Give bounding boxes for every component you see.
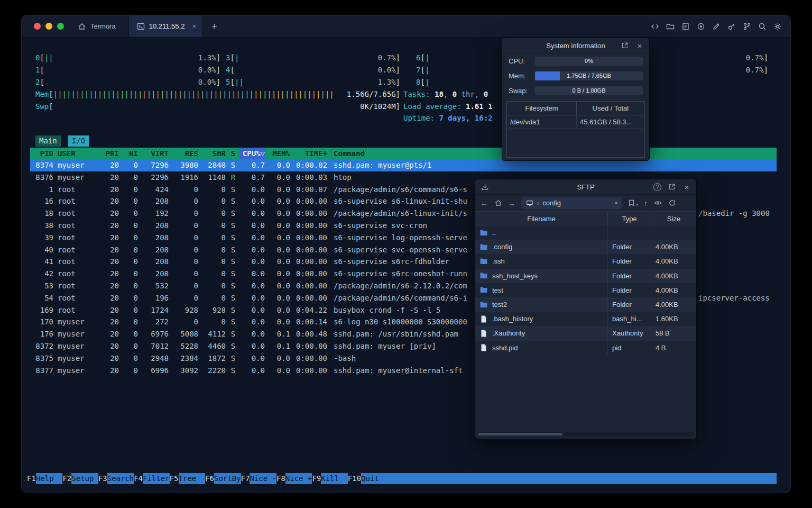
path-segment-config[interactable]: config [542, 199, 561, 207]
fkey-f4[interactable]: F4 [134, 473, 143, 484]
record-icon[interactable] [697, 22, 705, 31]
minimize-window-button[interactable] [45, 23, 52, 30]
column-header-ni[interactable]: NI [123, 148, 138, 159]
cell-pri: 20 [100, 280, 119, 292]
cell-pri: 20 [100, 292, 119, 304]
fkey-f3[interactable]: F3 [98, 473, 107, 484]
back-icon[interactable]: ← [481, 199, 488, 207]
tab-io[interactable]: I/O [68, 135, 89, 147]
home-icon[interactable] [494, 199, 502, 207]
code-icon[interactable] [651, 22, 659, 31]
up-arrow-icon[interactable]: ↑ [644, 199, 648, 207]
close-window-button[interactable] [34, 23, 41, 30]
tab-main[interactable]: Main [35, 135, 61, 147]
cell-s: S [230, 244, 236, 256]
column-header-virt[interactable]: VIRT [142, 148, 169, 159]
cell-pid: 38 [30, 220, 53, 232]
open-in-window-icon[interactable] [621, 41, 629, 50]
download-icon[interactable] [481, 183, 489, 191]
file-row-.Xauthority[interactable]: .XauthorityXauthority58 B [475, 326, 696, 340]
help-icon[interactable]: ? [653, 183, 661, 191]
bookmark-icon[interactable]: ▾ [628, 199, 638, 207]
fkey-label-f4[interactable]: Filter [143, 473, 170, 484]
file-row-.config[interactable]: .configFolder4.00KB [475, 240, 696, 254]
fkey-label-f6[interactable]: SortBy [214, 473, 241, 484]
file-row-sshd.pid[interactable]: sshd.pidpid4 B [475, 341, 696, 355]
tab-session[interactable]: 10.211.55.2 × [128, 15, 203, 37]
forward-icon[interactable]: → [508, 199, 515, 207]
file-row-..[interactable]: .. [475, 225, 696, 240]
key-icon[interactable] [727, 22, 736, 31]
fkey-f2[interactable]: F2 [62, 473, 71, 484]
cell-ni: 0 [123, 232, 138, 244]
file-row-test[interactable]: testFolder4.00KB [475, 283, 696, 297]
file-row-.bash_history[interactable]: .bash_historybash_hi...1.60KB [475, 312, 696, 326]
edit-icon[interactable] [712, 22, 721, 31]
fkey-f8[interactable]: F8 [276, 473, 285, 484]
tab-termora-home[interactable]: Termora [70, 15, 128, 37]
column-header-res[interactable]: RES [173, 148, 198, 159]
filesystem-row[interactable]: /dev/vda145.61GB / 58.3... [507, 115, 644, 129]
folder-icon[interactable] [666, 22, 675, 31]
cell-time: 0:00.00 [294, 340, 327, 352]
close-tab-icon[interactable]: × [192, 22, 196, 30]
column-size[interactable]: Size [651, 212, 696, 225]
cell-shr: 0 [202, 184, 226, 196]
column-header-user[interactable]: USER [58, 148, 96, 159]
fs-column-used-total[interactable]: Used / Total [577, 102, 644, 115]
column-header-cpu[interactable]: CPU%▽ [239, 148, 265, 159]
search-icon[interactable] [758, 22, 767, 31]
column-header-pid[interactable]: PID [30, 148, 53, 159]
column-header-pri[interactable]: PRI [100, 148, 119, 159]
path-breadcrumb[interactable]: › config ▾ [521, 197, 622, 209]
fkey-f10[interactable]: F10 [348, 473, 361, 484]
close-icon[interactable]: × [682, 183, 691, 191]
cell-pid: 8374 [30, 159, 53, 171]
fkey-label-f8[interactable]: Nice + [285, 473, 312, 484]
zoom-window-button[interactable] [57, 23, 64, 30]
column-header-time[interactable]: TIME+ [294, 148, 327, 159]
eye-icon[interactable] [653, 199, 662, 207]
sftp-panel: SFTP ? × ← → › config ▾ ▾ ↑ [475, 179, 697, 439]
cell-shr: 2840 [202, 159, 226, 171]
file-row-.ssh[interactable]: .sshFolder4.00KB [475, 254, 696, 268]
fkey-f1[interactable]: F1 [27, 473, 36, 484]
log-icon[interactable] [681, 22, 690, 31]
branch-icon[interactable] [743, 22, 751, 31]
fkey-label-f10[interactable]: Quit [361, 473, 777, 484]
file-row-test2[interactable]: test2Folder4.00KB [475, 297, 696, 312]
fkey-label-f7[interactable]: Nice - [250, 473, 276, 484]
file-row-ssh_host_keys[interactable]: ssh_host_keysFolder4.00KB [475, 269, 696, 283]
new-tab-button[interactable]: + [203, 15, 217, 38]
cell-cpu: 0.0 [239, 328, 265, 340]
process-row-8374[interactable]: 8374myuser200729639802840S0.70.00:00.02s… [30, 159, 777, 171]
fkey-f6[interactable]: F6 [205, 473, 214, 484]
fkey-label-f3[interactable]: Search [107, 473, 134, 484]
file-name: test2 [492, 301, 507, 309]
command-overflow-text: ipcserver-access [698, 292, 770, 304]
close-icon[interactable]: × [635, 41, 644, 50]
gear-icon[interactable] [773, 22, 782, 31]
column-filename[interactable]: Filename [475, 212, 608, 225]
chevron-down-icon[interactable]: ▾ [615, 200, 617, 206]
fkey-f9[interactable]: F9 [312, 473, 321, 484]
fkey-label-f1[interactable]: Help [36, 473, 63, 484]
fkey-f7[interactable]: F7 [241, 473, 250, 484]
refresh-icon[interactable] [668, 199, 676, 207]
fkey-f5[interactable]: F5 [170, 473, 179, 484]
fkey-label-f5[interactable]: Tree [179, 473, 206, 484]
cell-shr: 0 [202, 268, 226, 280]
fs-column-filesystem[interactable]: Filesystem [507, 102, 577, 115]
fkey-label-f9[interactable]: Kill [321, 473, 348, 484]
horizontal-scrollbar[interactable] [477, 432, 695, 437]
column-header-s[interactable]: S [230, 148, 236, 159]
cell-user: myuser [58, 316, 96, 328]
file-size: 4.00KB [651, 254, 696, 268]
column-type[interactable]: Type [608, 212, 651, 225]
column-header-mem[interactable]: MEM% [268, 148, 290, 159]
fkey-label-f2[interactable]: Setup [71, 473, 98, 484]
scrollbar-thumb[interactable] [478, 433, 562, 436]
open-in-window-icon[interactable] [668, 183, 676, 191]
column-header-shr[interactable]: SHR [202, 148, 226, 159]
folder-icon [479, 301, 488, 309]
